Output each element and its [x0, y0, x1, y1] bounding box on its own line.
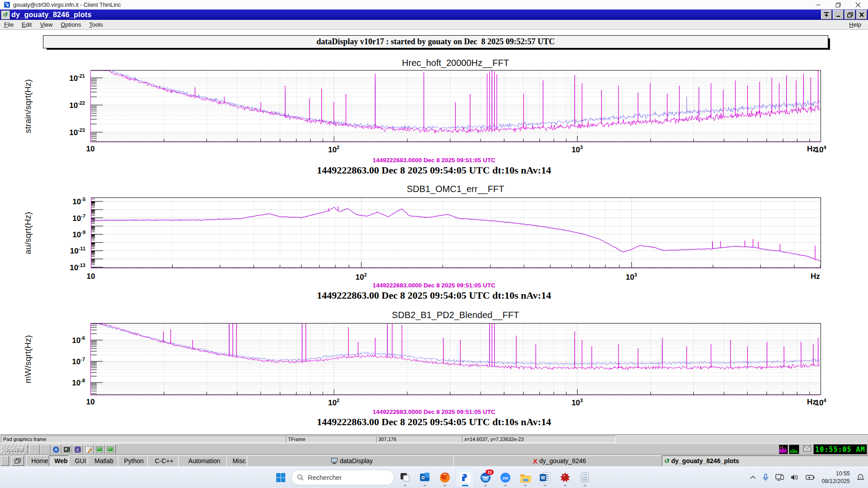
menubar: File Edit View Options Tools Help — [0, 20, 868, 30]
x-tick-label: 103 — [564, 398, 591, 408]
x-tick-label: 102 — [320, 398, 347, 408]
mail-applet-icon[interactable] — [803, 446, 811, 451]
plot3-avg-time: 1449222863.00 Dec 8 2025 09:54:05 UTC dt… — [0, 416, 868, 428]
text-editor-icon[interactable] — [83, 445, 94, 455]
display-cast-icon[interactable] — [775, 474, 784, 481]
monitor-icon — [331, 458, 338, 464]
y-tick-label: 10-21 — [58, 73, 85, 83]
plot1-title: Hrec_hoft_20000Hz__FFT — [90, 58, 821, 68]
status-object: TFrame — [286, 436, 379, 443]
terminal-icon-2[interactable] — [105, 445, 116, 455]
svg-text:zm: zm — [502, 476, 508, 480]
search-placeholder: Rechercher — [308, 474, 342, 481]
firefox-icon[interactable] — [435, 469, 454, 487]
taskbutton-dy-gouaty-8246[interactable]: X dy_gouaty_8246 — [453, 455, 665, 466]
taskbutton-datadisplay[interactable]: dataDisplay — [247, 455, 457, 466]
thinlinc-close-button[interactable] — [848, 0, 868, 9]
recycle-icon: ↺ — [664, 457, 670, 465]
search-icon — [297, 474, 304, 481]
launcher-blank-2[interactable] — [40, 445, 51, 455]
red-dragon-icon[interactable] — [556, 469, 574, 487]
menu-tools[interactable]: Tools — [85, 20, 107, 29]
thinlinc-taskbar-icon[interactable] — [455, 468, 475, 487]
plot3-title: SDB2_B1_PD2_Blended__FFT — [90, 310, 821, 320]
plot1-avg-time: 1449222863.00 Dec 8 2025 09:54:05 UTC dt… — [0, 164, 868, 176]
x-tick-label: 10 — [77, 272, 104, 281]
y-tick-label: 10-7 — [58, 357, 85, 366]
status-pixel-coords: 307,176 — [376, 436, 465, 443]
menu-file[interactable]: File — [0, 20, 18, 29]
y-tick-label: 10-22 — [58, 100, 85, 110]
launcher-blank-1[interactable] — [29, 445, 40, 455]
taskbar-collapse-button[interactable] — [1, 456, 9, 466]
emacs-icon[interactable]: ε — [72, 445, 83, 455]
thunderbird-icon[interactable]: 11 — [476, 469, 495, 487]
y-tick-label: 10-13 — [58, 263, 85, 272]
x-tick-label: 102 — [320, 145, 347, 155]
svg-text:z: z — [860, 476, 861, 479]
speaker-icon[interactable] — [791, 474, 799, 481]
status-bar: Pad graphics frame TFrame 307,176 x=14.6… — [0, 434, 868, 444]
workspace-python[interactable]: Python — [118, 455, 150, 466]
plot2-title: SDB1_OMC1_err__FFT — [90, 184, 821, 194]
clock-time: 10:55 — [821, 470, 850, 478]
y-tick-label: 10-6 — [58, 335, 85, 345]
system-clock[interactable]: 10:55 08/12/2025 — [821, 470, 850, 485]
y-tick-label: 10-11 — [58, 246, 85, 256]
thinlinc-title: gouaty@ctrl30.virgo.infn.it - Client Thi… — [13, 2, 121, 8]
plot3-ylabel: mW/sqrt(Hz) — [23, 314, 33, 404]
file-explorer-icon[interactable] — [516, 469, 534, 487]
status-data-coords: x=14.6037, y=7.23632e-23 — [462, 436, 616, 443]
workspace-ccpp[interactable]: C-C++ — [147, 455, 181, 466]
taskbutton-dy-gouaty-8246-plots[interactable]: ↺ dy_gouaty_8246_plots — [662, 455, 868, 466]
session-header-banner: dataDisplay v10r17 : started by gouaty o… — [43, 35, 828, 48]
taskbar-search-box[interactable]: Rechercher — [291, 469, 394, 485]
x-tick-label: 103 — [564, 145, 591, 155]
menu-options[interactable]: Options — [57, 20, 85, 29]
window-rollup-button[interactable] — [821, 10, 832, 19]
window-minimize-button[interactable] — [833, 10, 844, 19]
y-tick-label: 10-7 — [58, 213, 85, 223]
menu-view[interactable]: View — [36, 20, 57, 29]
y-tick-label: 10-9 — [58, 230, 85, 239]
session-header-text: dataDisplay v10r17 : started by gouaty o… — [316, 37, 555, 47]
notification-bell-icon[interactable]: z — [857, 474, 864, 481]
y-tick-label: 10-5 — [58, 197, 85, 206]
clock-date: 08/12/2025 — [821, 478, 850, 485]
task-view-icon[interactable] — [396, 469, 414, 487]
gimp-icon[interactable] — [61, 445, 72, 455]
tray-chevron-icon[interactable] — [750, 475, 756, 479]
network-monitor-applet — [789, 445, 799, 454]
x-tick-label: 103 — [618, 272, 645, 282]
thinlinc-logo-icon — [4, 2, 10, 8]
x-axis-unit-label: Hz — [807, 398, 816, 407]
app-window-titlebar[interactable]: ↺ dy_gouaty_8246_plots — [0, 9, 868, 20]
terminal-icon-1[interactable] — [94, 445, 105, 455]
workspace-automation[interactable]: Automation — [178, 455, 231, 466]
browser-icon[interactable] — [51, 445, 61, 455]
svg-text:ε: ε — [76, 447, 79, 452]
x-tick-label: 10 — [77, 145, 104, 154]
menu-edit[interactable]: Edit — [18, 20, 36, 29]
battery-icon[interactable] — [806, 474, 815, 480]
icewm-taskbar: Home Web GUI Matlab Python C-C++ Automat… — [0, 454, 868, 467]
windows-start-button[interactable] — [271, 469, 290, 487]
thinlinc-restore-button[interactable] — [828, 0, 848, 9]
calculator-icon[interactable] — [576, 469, 594, 487]
workspace-matlab[interactable]: Matlab — [88, 455, 120, 466]
show-desktop-button[interactable] — [11, 456, 24, 466]
window-close-button[interactable] — [856, 10, 867, 19]
plot1-canvas[interactable] — [90, 70, 822, 143]
plot3-canvas[interactable] — [90, 323, 822, 396]
plot2-canvas[interactable] — [91, 197, 822, 269]
outlook-icon[interactable] — [415, 469, 434, 487]
thinlinc-minimize-button[interactable] — [808, 0, 828, 9]
icewm-menu-button[interactable]: IceWM — [1, 445, 28, 455]
word-icon[interactable]: W — [536, 469, 554, 487]
windows-taskbar: Rechercher 11 zm — [0, 466, 868, 488]
zoom-icon[interactable]: zm — [496, 469, 514, 487]
window-restore-button[interactable] — [844, 10, 855, 19]
menu-help[interactable]: Help — [845, 20, 865, 29]
microphone-icon[interactable] — [763, 474, 769, 481]
status-hint: Pad graphics frame — [1, 436, 288, 443]
